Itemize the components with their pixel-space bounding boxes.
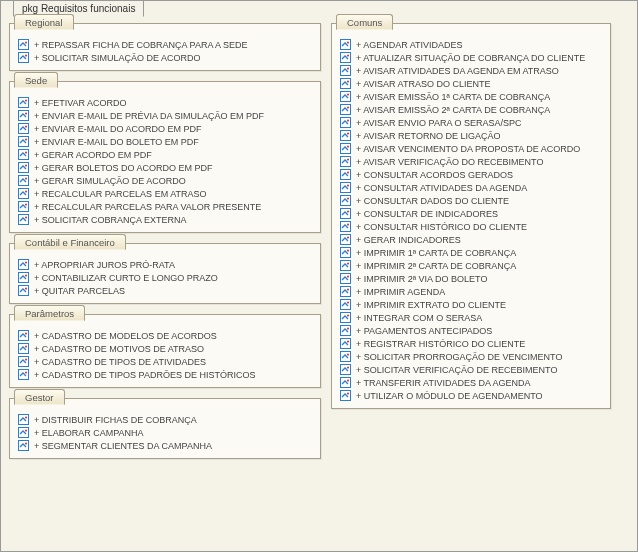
list-item: + CONSULTAR ACORDOS GERADOS (340, 168, 602, 181)
requirement-icon (18, 414, 29, 425)
list-item-label: + CONTABILIZAR CURTO E LONGO PRAZO (34, 273, 218, 283)
svg-rect-45 (341, 339, 351, 349)
svg-rect-3 (19, 111, 29, 121)
list-item-label: + AVISAR RETORNO DE LIGAÇÃO (356, 131, 500, 141)
requirement-icon (340, 260, 351, 271)
group-contabil-financeiro: Contábil e Financeiro + APROPRIAR JUROS … (9, 243, 321, 304)
svg-rect-31 (341, 157, 351, 167)
list-item-label: + TRANSFERIR ATIVIDADES DA AGENDA (356, 378, 530, 388)
requirement-icon (340, 117, 351, 128)
list-item-label: + AVISAR VENCIMENTO DA PROPOSTA DE ACORD… (356, 144, 580, 154)
svg-rect-42 (341, 300, 351, 310)
svg-rect-25 (341, 79, 351, 89)
list-item: + AVISAR VENCIMENTO DA PROPOSTA DE ACORD… (340, 142, 602, 155)
list-item-label: + AVISAR ATIVIDADES DA AGENDA EM ATRASO (356, 66, 559, 76)
svg-rect-21 (19, 441, 29, 451)
requirement-icon (340, 312, 351, 323)
list-item: + REPASSAR FICHA DE COBRANÇA PARA A SEDE (18, 38, 312, 51)
group-items: + CADASTRO DE MODELOS DE ACORDOS+ CADAST… (18, 329, 312, 381)
left-column: Regional + REPASSAR FICHA DE COBRANÇA PA… (9, 23, 321, 459)
group-title: Comuns (336, 14, 393, 30)
svg-rect-23 (341, 53, 351, 63)
group-items: + AGENDAR ATIVIDADES+ ATUALIZAR SITUAÇÃO… (340, 38, 602, 402)
group-regional: Regional + REPASSAR FICHA DE COBRANÇA PA… (9, 23, 321, 71)
list-item: + AVISAR EMISSÃO 2ª CARTA DE COBRANÇA (340, 103, 602, 116)
svg-rect-41 (341, 287, 351, 297)
list-item: + ENVIAR E-MAIL DE PRÉVIA DA SIMULAÇÃO E… (18, 109, 312, 122)
list-item: + GERAR INDICADORES (340, 233, 602, 246)
list-item: + ENVIAR E-MAIL DO BOLETO EM PDF (18, 135, 312, 148)
list-item-label: + QUITAR PARCELAS (34, 286, 125, 296)
svg-rect-49 (341, 391, 351, 401)
list-item: + AVISAR VERIFICAÇÃO DO RECEBIMENTO (340, 155, 602, 168)
list-item: + RECALCULAR PARCELAS PARA VALOR PRESENT… (18, 200, 312, 213)
requirement-icon (18, 52, 29, 63)
group-parametros: Parâmetros + CADASTRO DE MODELOS DE ACOR… (9, 314, 321, 388)
list-item: + CADASTRO DE MOTIVOS DE ATRASO (18, 342, 312, 355)
list-item-label: + CONSULTAR DE INDICADORES (356, 209, 498, 219)
svg-rect-20 (19, 428, 29, 438)
list-item: + SOLICITAR VERIFICAÇÃO DE RECEBIMENTO (340, 363, 602, 376)
list-item: + AVISAR RETORNO DE LIGAÇÃO (340, 129, 602, 142)
svg-rect-26 (341, 92, 351, 102)
requirement-icon (340, 299, 351, 310)
svg-rect-48 (341, 378, 351, 388)
group-items: + EFETIVAR ACORDO+ ENVIAR E-MAIL DE PRÉV… (18, 96, 312, 226)
list-item: + GERAR ACORDO EM PDF (18, 148, 312, 161)
list-item: + SOLICITAR COBRANÇA EXTERNA (18, 213, 312, 226)
requirement-icon (18, 343, 29, 354)
svg-rect-44 (341, 326, 351, 336)
svg-rect-46 (341, 352, 351, 362)
list-item-label: + CADASTRO DE MODELOS DE ACORDOS (34, 331, 217, 341)
list-item: + UTILIZAR O MÓDULO DE AGENDAMENTO (340, 389, 602, 402)
svg-rect-7 (19, 163, 29, 173)
list-item-label: + APROPRIAR JUROS PRÓ-RATA (34, 260, 175, 270)
requirement-icon (18, 149, 29, 160)
requirement-icon (340, 169, 351, 180)
list-item: + ATUALIZAR SITUAÇÃO DE COBRANÇA DO CLIE… (340, 51, 602, 64)
list-item: + AVISAR ATIVIDADES DA AGENDA EM ATRASO (340, 64, 602, 77)
list-item: + IMPRIMIR 1ª CARTA DE COBRANÇA (340, 246, 602, 259)
list-item-label: + ATUALIZAR SITUAÇÃO DE COBRANÇA DO CLIE… (356, 53, 585, 63)
list-item: + IMPRIMIR 2ª CARTA DE COBRANÇA (340, 259, 602, 272)
list-item: + APROPRIAR JUROS PRÓ-RATA (18, 258, 312, 271)
requirement-icon (18, 259, 29, 270)
group-gestor: Gestor + DISTRIBUIR FICHAS DE COBRANÇA+ … (9, 398, 321, 459)
requirement-icon (340, 78, 351, 89)
svg-rect-17 (19, 357, 29, 367)
list-item-label: + CADASTRO DE TIPOS DE ATIVIDADES (34, 357, 206, 367)
svg-rect-6 (19, 150, 29, 160)
svg-rect-19 (19, 415, 29, 425)
svg-rect-27 (341, 105, 351, 115)
requirement-icon (18, 136, 29, 147)
list-item-label: + GERAR BOLETOS DO ACORDO EM PDF (34, 163, 213, 173)
list-item: + CADASTRO DE TIPOS PADRÕES DE HISTÓRICO… (18, 368, 312, 381)
requirement-icon (18, 285, 29, 296)
requirement-icon (18, 440, 29, 451)
requirement-icon (18, 330, 29, 341)
list-item-label: + IMPRIMIR 1ª CARTA DE COBRANÇA (356, 248, 516, 258)
group-comuns: Comuns + AGENDAR ATIVIDADES+ ATUALIZAR S… (331, 23, 611, 409)
group-title: Contábil e Financeiro (14, 234, 126, 250)
list-item-label: + ENVIAR E-MAIL DE PRÉVIA DA SIMULAÇÃO E… (34, 111, 264, 121)
list-item: + AVISAR ATRASO DO CLIENTE (340, 77, 602, 90)
list-item-label: + IMPRIMIR AGENDA (356, 287, 445, 297)
list-item: + PAGAMENTOS ANTECIPADOS (340, 324, 602, 337)
group-items: + APROPRIAR JUROS PRÓ-RATA+ CONTABILIZAR… (18, 258, 312, 297)
requirement-icon (340, 52, 351, 63)
list-item: + SOLICITAR SIMULAÇÃO DE ACORDO (18, 51, 312, 64)
list-item-label: + EFETIVAR ACORDO (34, 98, 127, 108)
list-item: + GERAR BOLETOS DO ACORDO EM PDF (18, 161, 312, 174)
list-item-label: + AVISAR ENVIO PARA O SERASA/SPC (356, 118, 521, 128)
svg-rect-33 (341, 183, 351, 193)
requirement-icon (340, 91, 351, 102)
requirement-icon (18, 272, 29, 283)
svg-rect-1 (19, 53, 29, 63)
list-item-label: + ELABORAR CAMPANHA (34, 428, 144, 438)
list-item-label: + AVISAR ATRASO DO CLIENTE (356, 79, 490, 89)
requirement-icon (18, 162, 29, 173)
list-item-label: + CADASTRO DE MOTIVOS DE ATRASO (34, 344, 204, 354)
list-item-label: + RECALCULAR PARCELAS PARA VALOR PRESENT… (34, 202, 261, 212)
list-item: + DISTRIBUIR FICHAS DE COBRANÇA (18, 413, 312, 426)
list-item-label: + SOLICITAR SIMULAÇÃO DE ACORDO (34, 53, 201, 63)
